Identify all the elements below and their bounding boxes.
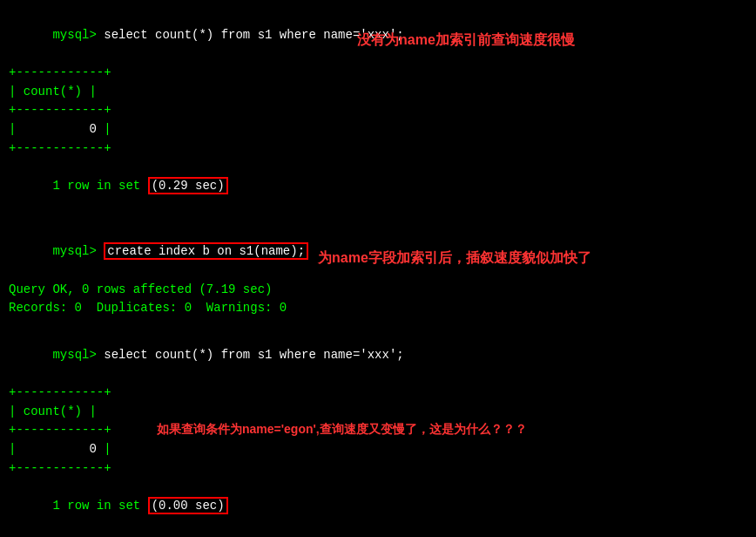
table-border-6: +------------+ — [9, 459, 747, 479]
table-row-1: | 0 | — [9, 120, 747, 139]
result-line-1: 1 row in set (0.29 sec) — [9, 159, 747, 215]
table-header-2: | count(*) | — [9, 403, 747, 422]
table-border-2: +------------+ — [9, 101, 747, 120]
timing-badge-2: (0.00 sec) — [148, 497, 228, 514]
table-border-1: +------------+ — [9, 64, 747, 83]
table-header-1: | count(*) | — [9, 83, 747, 102]
table-border-4: +------------+ — [9, 384, 747, 403]
prompt-1: mysql> — [52, 28, 104, 42]
prompt-3: mysql> — [52, 348, 104, 362]
result-line-2: 1 row in set (0.00 sec) — [9, 479, 747, 535]
info-line-1: Query OK, 0 rows affected (7.19 sec) — [9, 281, 747, 300]
command-block-2: mysql> create index b on s1(name); Query… — [9, 224, 747, 318]
command-text-3: select count(*) from s1 where name='xxx'… — [104, 348, 403, 362]
terminal-window: mysql> select count(*) from s1 where nam… — [9, 7, 747, 530]
info-line-2: Records: 0 Duplicates: 0 Warnings: 0 — [9, 299, 747, 318]
annotation-3: 如果查询条件为name='egon',查询速度又变慢了，这是为什么？？？ — [157, 422, 527, 438]
prompt-2: mysql> — [52, 244, 104, 258]
command-text-2: create index b on s1(name); — [104, 242, 308, 260]
timing-badge-1: (0.29 sec) — [148, 177, 228, 194]
annotation-2: 为name字段加索引后，插叙速度貌似加快了 — [318, 249, 591, 268]
table-row-2: | 0 | — [9, 440, 747, 459]
annotation-1: 没有为name加索引前查询速度很慢 — [357, 31, 575, 50]
command-line-3: mysql> select count(*) from s1 where nam… — [9, 327, 747, 384]
table-border-3: +------------+ — [9, 139, 747, 159]
